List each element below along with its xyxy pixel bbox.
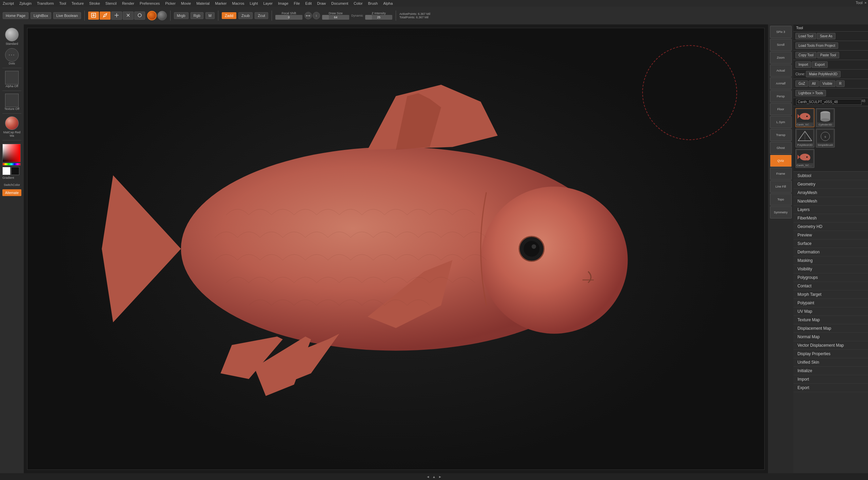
black-swatch[interactable] xyxy=(11,167,19,175)
tool-thumb-cylinder[interactable]: Cylinder3D xyxy=(816,108,835,127)
zcut-button[interactable]: Zcut xyxy=(255,12,268,19)
right-icon-topo[interactable]: Topo xyxy=(770,193,792,206)
color-gradient[interactable] xyxy=(2,144,21,162)
menu-item-alpha[interactable]: Alpha xyxy=(383,1,393,5)
right-icon-zoom[interactable]: Zoom xyxy=(770,52,792,64)
menu-item-render[interactable]: Render xyxy=(122,1,134,5)
menu-item-picker[interactable]: Picker xyxy=(165,1,176,5)
zsub-button[interactable]: Zsub xyxy=(238,12,253,19)
tool-menu-item-texture-map[interactable]: Texture Map xyxy=(793,316,868,324)
draw-size-slider[interactable]: 64 xyxy=(322,15,349,20)
alternate-button[interactable]: Alternate xyxy=(2,189,21,196)
menu-item-macros[interactable]: Macros xyxy=(232,1,244,5)
rgb-button[interactable]: Rgb xyxy=(191,12,203,19)
r-button[interactable]: R xyxy=(836,80,845,87)
menu-item-stencil[interactable]: Stencil xyxy=(105,1,117,5)
tool-name-input[interactable] xyxy=(796,99,862,105)
tool-thumb-fish1[interactable]: Canth_SCULPT_v xyxy=(795,108,814,127)
menu-item-material[interactable]: Material xyxy=(196,1,210,5)
nav-right[interactable]: ► xyxy=(438,475,442,479)
right-icon-transp[interactable]: Transp xyxy=(770,129,792,141)
tool-menu-item-export[interactable]: Export xyxy=(793,384,868,392)
tool-menu-item-displacement-map[interactable]: Displacement Map xyxy=(793,324,868,333)
tool-menu-item-morph-target[interactable]: Morph Target xyxy=(793,290,868,299)
viewport[interactable] xyxy=(24,24,768,473)
scale-button[interactable] xyxy=(123,12,134,20)
tool-menu-item-preview[interactable]: Preview xyxy=(793,231,868,239)
lightbox-button[interactable]: LightBox xyxy=(31,12,51,19)
menu-item-file[interactable]: File xyxy=(294,1,300,5)
visible-button[interactable]: Visible xyxy=(820,80,835,87)
menu-item-image[interactable]: Image xyxy=(278,1,289,5)
hue-bar[interactable] xyxy=(2,163,21,166)
menu-item-edit[interactable]: Edit xyxy=(305,1,312,5)
tool-menu-item-import[interactable]: Import xyxy=(793,375,868,384)
right-icon-floor[interactable]: Floor xyxy=(770,103,792,115)
close-icon[interactable]: × xyxy=(865,1,867,5)
copy-tool-button[interactable]: Copy Tool xyxy=(795,52,816,58)
goz-button[interactable]: GoZ xyxy=(795,80,808,87)
move-button[interactable] xyxy=(111,12,122,20)
right-icon-scroll[interactable]: Scroll xyxy=(770,39,792,51)
right-icon-frame[interactable]: Frame xyxy=(770,168,792,180)
home-page-button[interactable]: Home Page xyxy=(3,12,28,19)
brush-sphere[interactable] xyxy=(157,11,167,20)
zadd-button[interactable]: Zadd xyxy=(222,12,236,19)
nav-left[interactable]: ◄ xyxy=(426,475,430,479)
matcap-material[interactable]: MatCap Red Wa xyxy=(2,116,22,138)
tool-menu-item-vector-displacement-map[interactable]: Vector Displacement Map xyxy=(793,341,868,350)
right-icon-l.sym[interactable]: L.Sym xyxy=(770,116,792,128)
tool-menu-item-surface[interactable]: Surface xyxy=(793,239,868,248)
standard-brush[interactable]: Standard xyxy=(2,27,22,46)
dots-stroke[interactable]: ··· Dots xyxy=(2,47,22,66)
tool-menu-item-subtool[interactable]: Subtool xyxy=(793,172,868,180)
material-sphere[interactable] xyxy=(147,11,157,20)
tool-menu-item-uv-map[interactable]: UV Map xyxy=(793,307,868,316)
tool-menu-item-polypaint[interactable]: Polypaint xyxy=(793,299,868,307)
focal-shift-slider[interactable]: 0 xyxy=(275,15,302,20)
menu-item-zplugin[interactable]: Zplugin xyxy=(19,1,32,5)
right-icon-actual[interactable]: Actual xyxy=(770,64,792,77)
right-icon-persp[interactable]: Persp xyxy=(770,90,792,102)
right-icon-symmetry[interactable]: Symmetry xyxy=(770,206,792,218)
make-polymesh-button[interactable]: Make PolyMesh3D xyxy=(806,71,841,77)
tool-menu-item-masking[interactable]: Masking xyxy=(793,256,868,265)
menu-item-tool[interactable]: Tool xyxy=(59,1,66,5)
lightbox-tools-button[interactable]: Lightbox > Tools xyxy=(795,90,826,96)
import-tool-button[interactable]: Import xyxy=(795,61,811,68)
menu-item-color[interactable]: Color xyxy=(354,1,362,5)
tool-menu-item-layers[interactable]: Layers xyxy=(793,206,868,214)
edit-button[interactable] xyxy=(88,12,99,20)
menu-item-draw[interactable]: Draw xyxy=(317,1,326,5)
save-as-button[interactable]: Save As xyxy=(817,33,835,39)
right-icon-spix[interactable]: SPix 3 xyxy=(770,26,792,38)
export-tool-button[interactable]: Export xyxy=(812,61,828,68)
all-button[interactable]: All xyxy=(809,80,818,87)
paste-tool-button[interactable]: Paste Tool xyxy=(817,52,839,58)
symmetry-button2[interactable]: ↕ xyxy=(313,12,320,19)
tool-menu-item-display-properties[interactable]: Display Properties xyxy=(793,350,868,358)
tool-menu-item-unified-skin[interactable]: Unified Skin xyxy=(793,358,868,367)
menu-item-stroke[interactable]: Stroke xyxy=(89,1,100,5)
live-boolean-button[interactable]: Live Boolean xyxy=(53,12,81,19)
right-icon-line-fill[interactable]: Line Fill xyxy=(770,180,792,193)
tool-menu-item-geometry-hd[interactable]: Geometry HD xyxy=(793,223,868,231)
tool-menu-item-geometry[interactable]: Geometry xyxy=(793,180,868,189)
load-tools-project-button[interactable]: Load Tools From Project xyxy=(795,42,838,49)
rotate-button[interactable] xyxy=(134,12,145,20)
color-picker[interactable]: Gradient xyxy=(2,144,21,180)
right-icon-qviz[interactable]: QViz xyxy=(770,155,792,167)
draw-button[interactable] xyxy=(100,12,111,20)
menu-item-preferences[interactable]: Preferences xyxy=(140,1,160,5)
texture-off[interactable]: Texture Off xyxy=(2,93,22,111)
tool-menu-item-normal-map[interactable]: Normal Map xyxy=(793,333,868,341)
menu-item-texture[interactable]: Texture xyxy=(72,1,84,5)
menu-item-light[interactable]: Light xyxy=(250,1,258,5)
menu-item-movie[interactable]: Movie xyxy=(181,1,191,5)
menu-item-document[interactable]: Document xyxy=(331,1,348,5)
menu-item-layer[interactable]: Layer xyxy=(263,1,273,5)
tool-menu-item-visibility[interactable]: Visibility xyxy=(793,265,868,273)
tool-menu-item-polygroups[interactable]: Polygroups xyxy=(793,273,868,282)
m-button[interactable]: M xyxy=(205,12,215,19)
alpha-off[interactable]: Alpha Off xyxy=(2,70,22,89)
